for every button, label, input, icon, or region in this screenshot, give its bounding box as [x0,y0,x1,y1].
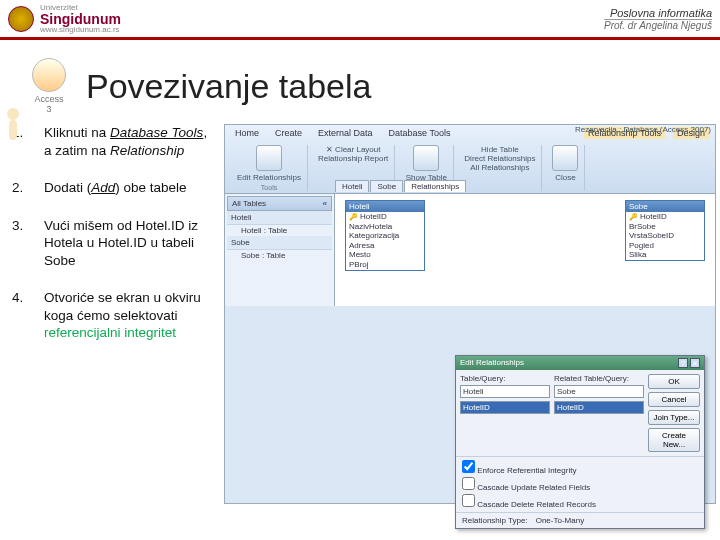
ribbon-group-tools: Edit Relationships Tools [231,145,308,191]
dialog-help-icon[interactable]: ? [678,358,688,368]
ribbon-group-close: Close [546,145,585,191]
access-ring-icon [32,58,66,92]
join-type-button[interactable]: Join Type... [648,410,700,425]
relationships-canvas[interactable]: Hoteli Sobe Relationships Hoteli HotelID… [335,194,715,306]
ok-button[interactable]: OK [648,374,700,389]
window-title: Rezervacija : Database (Access 2007) [575,125,711,134]
logo-singidunum: Singidunum [40,12,121,26]
nav-group-sobe[interactable]: Sobe [227,236,332,250]
nav-header[interactable]: All Tables [232,199,266,208]
step-1: 1. Kliknuti na Database Tools, a zatim n… [12,124,218,159]
logo-badge-icon [8,6,34,32]
relationship-type-label: Relationship Type: [462,516,528,525]
slide-title: Povezivanje tabela [86,67,371,106]
table-box-sobe[interactable]: Sobe HotelID BrSobe VrstaSobeID Pogled S… [625,200,705,261]
logo: Univerzitet Singidunum www.singidunum.ac… [8,4,121,34]
edit-relationships-button[interactable] [256,145,282,171]
cancel-button[interactable]: Cancel [648,392,700,407]
nav-item-hoteli-table[interactable]: Hoteli : Table [227,225,332,236]
doc-tab-hoteli[interactable]: Hoteli [335,180,369,192]
right-field-select[interactable]: HotelID [554,401,644,414]
dialog-title: Edit Relationships [460,358,524,368]
doc-tab-sobe[interactable]: Sobe [370,180,403,192]
check-cascade-update[interactable]: Cascade Update Related Fields [462,476,698,493]
direct-relationships-button[interactable]: Direct Relationships [464,154,535,163]
check-referential-integrity[interactable]: Enforce Referential Integrity [462,459,698,476]
relationship-type-value: One-To-Many [536,516,584,525]
ribbon: Home Create External Data Database Tools… [225,125,715,194]
slide-header: Univerzitet Singidunum www.singidunum.ac… [0,0,720,40]
tab-external-data[interactable]: External Data [314,127,377,139]
nav-item-sobe-table[interactable]: Sobe : Table [227,250,332,261]
left-table-select[interactable]: Hoteli [460,385,550,398]
hide-table-button[interactable]: Hide Table [464,145,535,154]
all-relationships-button[interactable]: All Relationships [464,163,535,172]
logo-url: www.singidunum.ac.rs [40,26,121,34]
nav-collapse-icon[interactable]: « [323,199,327,208]
right-table-select[interactable]: Sobe [554,385,644,398]
create-new-button[interactable]: Create New... [648,428,700,452]
right-table-label: Related Table/Query: [554,374,644,383]
relationship-report-button[interactable]: Relationship Report [318,154,388,163]
doc-tab-relationships[interactable]: Relationships [404,180,466,192]
clear-layout-button[interactable]: ✕ Clear Layout [318,145,388,154]
left-table-label: Table/Query: [460,374,550,383]
access-screenshot: Rezervacija : Database (Access 2007) Hom… [224,124,716,504]
step-4: 4. Otvoriće se ekran u okviru koga ćemo … [12,289,218,342]
step-2: 2. Dodati (Add) obe tabele [12,179,218,197]
table-box-hoteli[interactable]: Hoteli HotelID NazivHotela Kategorizacij… [345,200,425,271]
tab-create[interactable]: Create [271,127,306,139]
show-table-button[interactable] [413,145,439,171]
tab-database-tools[interactable]: Database Tools [385,127,455,139]
ribbon-group-relationships-items: Hide Table Direct Relationships All Rela… [458,145,542,191]
mascot-icon [2,108,24,148]
dialog-close-icon[interactable]: ✕ [690,358,700,368]
course-name: Poslovna informatika [604,7,712,19]
close-button[interactable] [552,145,578,171]
tab-home[interactable]: Home [231,127,263,139]
title-row: Access 3 Povezivanje tabela [0,40,720,124]
access-icon: Access 3 [24,58,74,114]
steps-list: 1. Kliknuti na Database Tools, a zatim n… [12,124,218,504]
navigation-pane: All Tables « Hoteli Hoteli : Table Sobe … [225,194,335,306]
check-cascade-delete[interactable]: Cascade Delete Related Records [462,493,698,510]
professor-name: Prof. dr Angelina Njeguš [604,19,712,31]
nav-group-hoteli[interactable]: Hoteli [227,211,332,225]
left-field-select[interactable]: HotelID [460,401,550,414]
step-3: 3. Vući mišem od Hotel.ID iz Hotela u Ho… [12,217,218,270]
edit-relationships-dialog: Edit Relationships ? ✕ Table/Query: Hote… [455,355,705,529]
